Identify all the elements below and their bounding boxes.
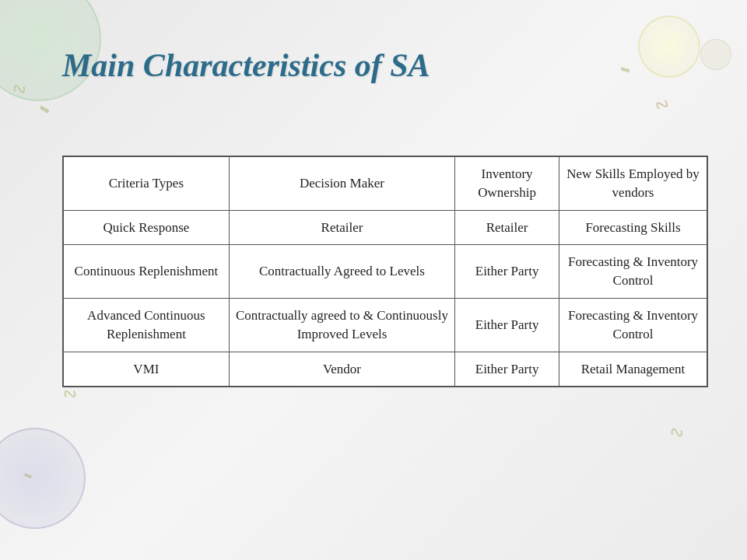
characteristics-table: Criteria Types Decision Maker Inventory … xyxy=(63,156,707,387)
cell-qr-decision: Retailer xyxy=(229,210,454,245)
cell-acr-skills: Forecasting & Inventory Control xyxy=(559,298,707,352)
cell-acr-decision: Contractually agreed to & Continuously I… xyxy=(229,298,454,352)
cell-qr-inventory: Retailer xyxy=(455,210,559,245)
main-table-container: Criteria Types Decision Maker Inventory … xyxy=(62,156,708,387)
cell-qr-criteria: Quick Response xyxy=(64,210,230,245)
cell-cr-decision: Contractually Agreed to Levels xyxy=(229,245,454,299)
deco-squiggle-5: ∿ xyxy=(648,91,675,117)
cell-qr-skills: Forecasting Skills xyxy=(559,210,707,245)
deco-squiggle-4: ➥ xyxy=(619,61,632,79)
header-inventory-ownership: Inventory Ownership xyxy=(455,157,559,211)
header-criteria-types: Criteria Types xyxy=(64,157,230,211)
cell-cr-skills: Forecasting & Inventory Control xyxy=(559,245,707,299)
cell-vmi-decision: Vendor xyxy=(229,352,454,387)
cell-acr-criteria: Advanced Continuous Replenishment xyxy=(64,298,230,352)
cell-vmi-skills: Retail Management xyxy=(559,352,707,387)
deco-squiggle-7: ∿ xyxy=(667,420,688,445)
table-row-continuous-replenishment: Continuous Replenishment Contractually A… xyxy=(64,245,707,299)
cell-acr-inventory: Either Party xyxy=(455,298,559,352)
deco-circle-bottomleft xyxy=(0,428,86,529)
deco-circle-accent xyxy=(700,39,731,70)
cell-vmi-inventory: Either Party xyxy=(455,352,559,387)
cell-vmi-criteria: VMI xyxy=(64,352,230,387)
table-row-advanced-continuous: Advanced Continuous Replenishment Contra… xyxy=(64,298,707,352)
table-header-row: Criteria Types Decision Maker Inventory … xyxy=(64,157,707,211)
deco-squiggle-2: ➥ xyxy=(36,100,54,121)
cell-cr-inventory: Either Party xyxy=(455,245,559,299)
table-row-quick-response: Quick Response Retailer Retailer Forecas… xyxy=(64,210,707,245)
header-decision-maker: Decision Maker xyxy=(229,157,454,211)
deco-circle-topright xyxy=(638,16,700,78)
header-new-skills: New Skills Employed by vendors xyxy=(559,157,707,211)
cell-cr-criteria: Continuous Replenishment xyxy=(64,245,230,299)
table-row-vmi: VMI Vendor Either Party Retail Managemen… xyxy=(64,352,707,387)
page-title: Main Characteristics of SA xyxy=(62,47,430,84)
